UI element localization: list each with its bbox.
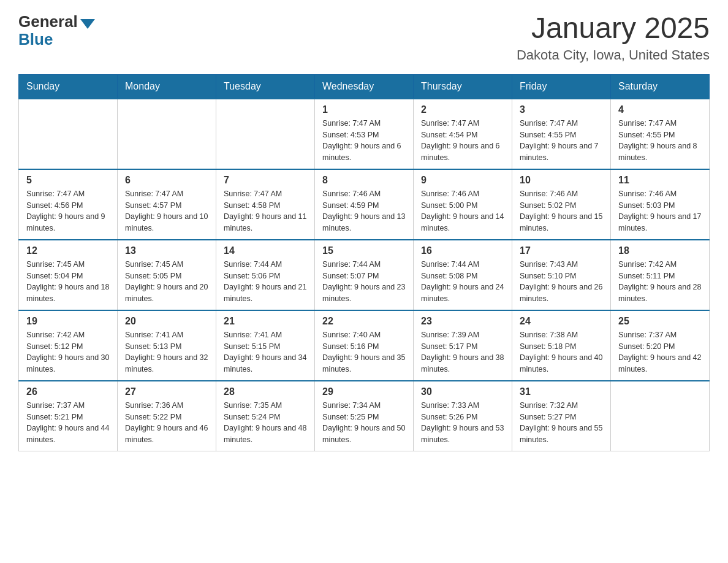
day-number: 31 (520, 386, 603, 397)
day-info: Sunrise: 7:44 AMSunset: 5:07 PMDaylight:… (322, 259, 406, 305)
calendar-cell: 1Sunrise: 7:47 AMSunset: 4:53 PMDaylight… (315, 99, 414, 169)
calendar-cell: 18Sunrise: 7:42 AMSunset: 5:11 PMDayligh… (611, 240, 710, 310)
day-of-week-header: Friday (512, 74, 611, 99)
day-info: Sunrise: 7:32 AMSunset: 5:27 PMDaylight:… (520, 400, 603, 446)
calendar-table: SundayMondayTuesdayWednesdayThursdayFrid… (18, 74, 710, 451)
day-of-week-header: Monday (118, 74, 216, 99)
calendar-week-row: 12Sunrise: 7:45 AMSunset: 5:04 PMDayligh… (19, 240, 710, 310)
calendar-cell: 11Sunrise: 7:46 AMSunset: 5:03 PMDayligh… (611, 169, 710, 240)
day-number: 8 (322, 175, 406, 186)
day-info: Sunrise: 7:34 AMSunset: 5:25 PMDaylight:… (322, 400, 406, 446)
day-info: Sunrise: 7:37 AMSunset: 5:21 PMDaylight:… (26, 400, 110, 446)
day-info: Sunrise: 7:46 AMSunset: 4:59 PMDaylight:… (322, 188, 406, 234)
day-number: 13 (125, 245, 208, 256)
calendar-cell: 27Sunrise: 7:36 AMSunset: 5:22 PMDayligh… (118, 381, 216, 451)
day-number: 2 (421, 104, 504, 115)
day-info: Sunrise: 7:47 AMSunset: 4:57 PMDaylight:… (125, 188, 208, 234)
calendar-cell: 17Sunrise: 7:43 AMSunset: 5:10 PMDayligh… (512, 240, 611, 310)
day-number: 18 (618, 245, 702, 256)
calendar-cell: 13Sunrise: 7:45 AMSunset: 5:05 PMDayligh… (118, 240, 216, 310)
day-number: 27 (125, 386, 208, 397)
logo-arrow-icon (80, 19, 95, 29)
calendar-cell: 19Sunrise: 7:42 AMSunset: 5:12 PMDayligh… (19, 310, 118, 381)
day-number: 19 (26, 316, 110, 327)
calendar-cell: 25Sunrise: 7:37 AMSunset: 5:20 PMDayligh… (611, 310, 710, 381)
day-of-week-header: Tuesday (216, 74, 315, 99)
day-of-week-header: Thursday (414, 74, 512, 99)
day-info: Sunrise: 7:47 AMSunset: 4:55 PMDaylight:… (520, 118, 603, 164)
day-info: Sunrise: 7:37 AMSunset: 5:20 PMDaylight:… (618, 329, 702, 375)
calendar-cell: 3Sunrise: 7:47 AMSunset: 4:55 PMDaylight… (512, 99, 611, 169)
month-title: January 2025 (517, 12, 710, 45)
day-of-week-header: Saturday (611, 74, 710, 99)
calendar-cell: 4Sunrise: 7:47 AMSunset: 4:55 PMDaylight… (611, 99, 710, 169)
calendar-cell: 22Sunrise: 7:40 AMSunset: 5:16 PMDayligh… (315, 310, 414, 381)
location-title: Dakota City, Iowa, United States (517, 47, 710, 63)
calendar-cell: 12Sunrise: 7:45 AMSunset: 5:04 PMDayligh… (19, 240, 118, 310)
calendar-week-row: 1Sunrise: 7:47 AMSunset: 4:53 PMDaylight… (19, 99, 710, 169)
day-info: Sunrise: 7:46 AMSunset: 5:00 PMDaylight:… (421, 188, 504, 234)
calendar-cell: 15Sunrise: 7:44 AMSunset: 5:07 PMDayligh… (315, 240, 414, 310)
page-header: General Blue January 2025 Dakota City, I… (18, 12, 710, 63)
day-number: 21 (224, 316, 307, 327)
calendar-cell: 5Sunrise: 7:47 AMSunset: 4:56 PMDaylight… (19, 169, 118, 240)
calendar-cell: 29Sunrise: 7:34 AMSunset: 5:25 PMDayligh… (315, 381, 414, 451)
day-info: Sunrise: 7:42 AMSunset: 5:11 PMDaylight:… (618, 259, 702, 305)
day-info: Sunrise: 7:41 AMSunset: 5:15 PMDaylight:… (224, 329, 307, 375)
day-number: 3 (520, 104, 603, 115)
calendar-cell: 8Sunrise: 7:46 AMSunset: 4:59 PMDaylight… (315, 169, 414, 240)
calendar-cell (611, 381, 710, 451)
day-number: 15 (322, 245, 406, 256)
day-number: 10 (520, 175, 603, 186)
day-info: Sunrise: 7:47 AMSunset: 4:55 PMDaylight:… (618, 118, 702, 164)
day-info: Sunrise: 7:47 AMSunset: 4:54 PMDaylight:… (421, 118, 504, 164)
calendar-cell: 2Sunrise: 7:47 AMSunset: 4:54 PMDaylight… (414, 99, 512, 169)
day-info: Sunrise: 7:35 AMSunset: 5:24 PMDaylight:… (224, 400, 307, 446)
day-of-week-header: Wednesday (315, 74, 414, 99)
day-number: 1 (322, 104, 406, 115)
day-number: 20 (125, 316, 208, 327)
calendar-cell (216, 99, 315, 169)
day-number: 28 (224, 386, 307, 397)
calendar-cell: 21Sunrise: 7:41 AMSunset: 5:15 PMDayligh… (216, 310, 315, 381)
day-info: Sunrise: 7:46 AMSunset: 5:02 PMDaylight:… (520, 188, 603, 234)
day-info: Sunrise: 7:43 AMSunset: 5:10 PMDaylight:… (520, 259, 603, 305)
day-number: 7 (224, 175, 307, 186)
day-info: Sunrise: 7:38 AMSunset: 5:18 PMDaylight:… (520, 329, 603, 375)
day-number: 12 (26, 245, 110, 256)
calendar-cell: 9Sunrise: 7:46 AMSunset: 5:00 PMDaylight… (414, 169, 512, 240)
calendar-week-row: 26Sunrise: 7:37 AMSunset: 5:21 PMDayligh… (19, 381, 710, 451)
day-number: 16 (421, 245, 504, 256)
day-info: Sunrise: 7:47 AMSunset: 4:56 PMDaylight:… (26, 188, 110, 234)
day-number: 25 (618, 316, 702, 327)
calendar-cell: 28Sunrise: 7:35 AMSunset: 5:24 PMDayligh… (216, 381, 315, 451)
day-info: Sunrise: 7:40 AMSunset: 5:16 PMDaylight:… (322, 329, 406, 375)
day-info: Sunrise: 7:45 AMSunset: 5:05 PMDaylight:… (125, 259, 208, 305)
day-info: Sunrise: 7:45 AMSunset: 5:04 PMDaylight:… (26, 259, 110, 305)
logo-blue-text: Blue (18, 30, 53, 49)
day-info: Sunrise: 7:46 AMSunset: 5:03 PMDaylight:… (618, 188, 702, 234)
day-number: 23 (421, 316, 504, 327)
day-info: Sunrise: 7:33 AMSunset: 5:26 PMDaylight:… (421, 400, 504, 446)
title-area: January 2025 Dakota City, Iowa, United S… (517, 12, 710, 63)
calendar-cell: 26Sunrise: 7:37 AMSunset: 5:21 PMDayligh… (19, 381, 118, 451)
calendar-week-row: 19Sunrise: 7:42 AMSunset: 5:12 PMDayligh… (19, 310, 710, 381)
calendar-cell: 6Sunrise: 7:47 AMSunset: 4:57 PMDaylight… (118, 169, 216, 240)
calendar-cell: 10Sunrise: 7:46 AMSunset: 5:02 PMDayligh… (512, 169, 611, 240)
day-number: 9 (421, 175, 504, 186)
day-number: 22 (322, 316, 406, 327)
day-info: Sunrise: 7:41 AMSunset: 5:13 PMDaylight:… (125, 329, 208, 375)
logo-general-text: General (18, 12, 78, 31)
calendar-cell (19, 99, 118, 169)
day-number: 14 (224, 245, 307, 256)
day-number: 5 (26, 175, 110, 186)
day-number: 17 (520, 245, 603, 256)
calendar-cell: 14Sunrise: 7:44 AMSunset: 5:06 PMDayligh… (216, 240, 315, 310)
calendar-cell: 7Sunrise: 7:47 AMSunset: 4:58 PMDaylight… (216, 169, 315, 240)
calendar-header-row: SundayMondayTuesdayWednesdayThursdayFrid… (19, 74, 710, 99)
day-info: Sunrise: 7:39 AMSunset: 5:17 PMDaylight:… (421, 329, 504, 375)
calendar-cell: 30Sunrise: 7:33 AMSunset: 5:26 PMDayligh… (414, 381, 512, 451)
logo: General Blue (18, 12, 95, 49)
calendar-cell: 16Sunrise: 7:44 AMSunset: 5:08 PMDayligh… (414, 240, 512, 310)
day-info: Sunrise: 7:44 AMSunset: 5:06 PMDaylight:… (224, 259, 307, 305)
